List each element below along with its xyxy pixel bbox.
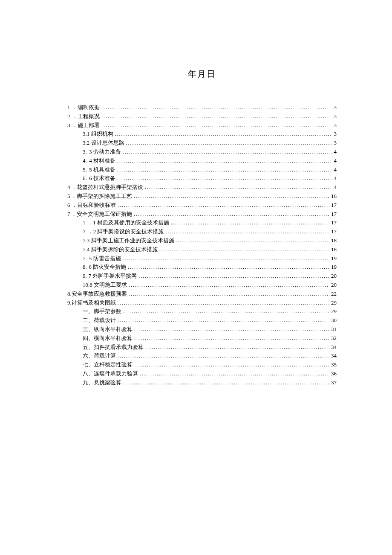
toc-entry: 5.5 机具准备4: [67, 167, 337, 172]
toc-label: 八、连墙件承载力验算: [83, 371, 138, 376]
toc-leaders: [118, 203, 329, 208]
toc-page: 17: [331, 220, 337, 225]
toc-page: 22: [331, 291, 337, 296]
toc-leaders: [101, 114, 332, 119]
toc-page: 35: [331, 362, 337, 367]
toc-marker: 5.: [83, 167, 89, 172]
toc-marker: 2: [67, 113, 72, 119]
toc-page: 17: [331, 211, 337, 217]
toc-leaders: [118, 353, 329, 358]
toc-entry: 3.2 设计总体思路3: [67, 140, 337, 145]
toc-leaders: [118, 300, 329, 305]
toc-page: 4: [334, 184, 337, 190]
toc-label: 8 文明施工要求: [89, 282, 127, 288]
toc-leaders: [115, 131, 332, 137]
toc-page: 3: [334, 113, 337, 119]
toc-entry: 4．花篮拉杆式悬挑脚手架搭设4: [67, 184, 337, 190]
toc-leaders: [134, 362, 329, 367]
toc-entry: 6.6 技术准备4: [67, 175, 337, 181]
toc-page: 17: [331, 229, 337, 234]
toc-label: 6 技术准备: [89, 175, 115, 181]
toc-entry: 四、横向水平杆验算32: [67, 335, 337, 341]
toc-marker: 5: [67, 193, 71, 199]
toc-entry: 三、纵向水平杆验算31: [67, 326, 337, 332]
toc-leaders: [159, 247, 330, 252]
table-of-contents: 1．编制依据32．工程概况33．施工部署33.1 组织机构33.2 设计总体思路…: [67, 105, 337, 385]
toc-page: 30: [331, 317, 337, 323]
toc-label: 8.安全事故应急救援预案: [67, 291, 127, 296]
toc-page: 18: [331, 247, 337, 252]
toc-marker: 1: [83, 220, 87, 225]
toc-label: ．编制依据: [72, 105, 100, 110]
toc-entry: 9.计算书及相关图纸29: [67, 300, 337, 305]
toc-label: 5 防雷击措施: [89, 256, 121, 261]
toc-entry: 一、脚手架参数29: [67, 308, 337, 314]
toc-page: 19: [331, 264, 337, 270]
toc-entry: 8.安全事故应急救援预案22: [67, 291, 337, 296]
toc-page: 19: [331, 256, 337, 261]
toc-entry: 5．脚手架的拆除施工工艺16: [67, 193, 337, 199]
toc-entry: 8.6 防火安全措施19: [67, 264, 337, 270]
toc-label: 3 劳动力准备: [89, 149, 121, 154]
toc-leaders: [128, 264, 329, 270]
toc-leaders: [101, 123, 332, 128]
toc-label: ．脚手架的拆除施工工艺: [71, 193, 132, 199]
toc-marker: 4: [67, 184, 71, 190]
toc-marker: 6: [67, 202, 72, 208]
toc-leaders: [126, 140, 332, 145]
toc-leaders: [138, 273, 329, 279]
toc-page: 4: [334, 175, 337, 181]
toc-label: ．施工部署: [72, 122, 100, 128]
toc-page: 32: [331, 335, 337, 341]
toc-entry: 五、扣件抗滑承载力验算34: [67, 344, 337, 350]
toc-marker: 1: [67, 105, 72, 110]
toc-page: 29: [331, 308, 337, 314]
toc-leaders: [101, 105, 332, 110]
toc-entry: 1．编制依据3: [67, 105, 337, 110]
toc-label: ．1 材质及其使用的安全技术措施: [87, 220, 169, 225]
toc-leaders: [176, 238, 330, 243]
toc-page: 20: [331, 282, 337, 288]
toc-entry: 七、立杆稳定性验算35: [67, 362, 337, 367]
toc-marker: 3: [67, 122, 72, 128]
toc-label: 3.1 组织机构: [83, 131, 113, 137]
toc-entry: 六、荷载计算34: [67, 353, 337, 358]
toc-label: 三、纵向水平杆验算: [83, 326, 133, 332]
toc-leaders: [123, 149, 332, 154]
toc-page: 37: [331, 380, 337, 385]
toc-page: 3: [334, 140, 337, 145]
toc-label: ．目标和验收标准: [72, 202, 116, 208]
toc-label: 4 材料准备: [89, 158, 115, 163]
toc-label: 7.3 脚手架上施工作业的安全技术措施: [83, 238, 174, 243]
toc-entry: 1．1 材质及其使用的安全技术措施17: [67, 220, 337, 225]
toc-page: 17: [331, 202, 337, 208]
toc-entry: 3.3 劳动力准备4: [67, 149, 337, 154]
toc-leaders: [140, 371, 329, 376]
toc-marker: 6.: [83, 175, 89, 181]
toc-label: 一、脚手架参数: [83, 308, 121, 314]
toc-page: 4: [334, 149, 337, 154]
toc-marker: 10.: [83, 282, 89, 288]
toc-leaders: [171, 220, 329, 225]
toc-page: 3: [334, 105, 337, 110]
toc-leaders: [118, 318, 329, 323]
toc-leaders: [145, 345, 329, 350]
toc-leaders: [117, 167, 332, 172]
toc-leaders: [117, 176, 332, 181]
toc-label: ．2 脚手架搭设的安全技术措施: [88, 229, 164, 234]
toc-entry: 7.5 防雷击措施19: [67, 256, 337, 261]
toc-marker: 8.: [83, 264, 89, 270]
toc-label: 二、荷载设计: [83, 317, 116, 323]
toc-page: 34: [331, 353, 337, 358]
toc-entry: 7．安全文明施工保证措施17: [67, 211, 337, 217]
toc-leaders: [134, 336, 329, 341]
toc-page: 29: [331, 300, 337, 305]
toc-label: 7.4 脚手架拆除的安全技术措施: [83, 247, 158, 252]
toc-marker: 7: [83, 229, 88, 234]
toc-leaders: [129, 282, 329, 288]
toc-label: ．工程概况: [72, 113, 100, 119]
toc-label: 七、立杆稳定性验算: [83, 362, 133, 367]
document-page: 年月日 1．编制依据32．工程概况33．施工部署33.1 组织机构33.2 设计…: [0, 0, 392, 385]
toc-entry: 2．工程概况3: [67, 113, 337, 119]
toc-entry: 6．目标和验收标准17: [67, 202, 337, 208]
